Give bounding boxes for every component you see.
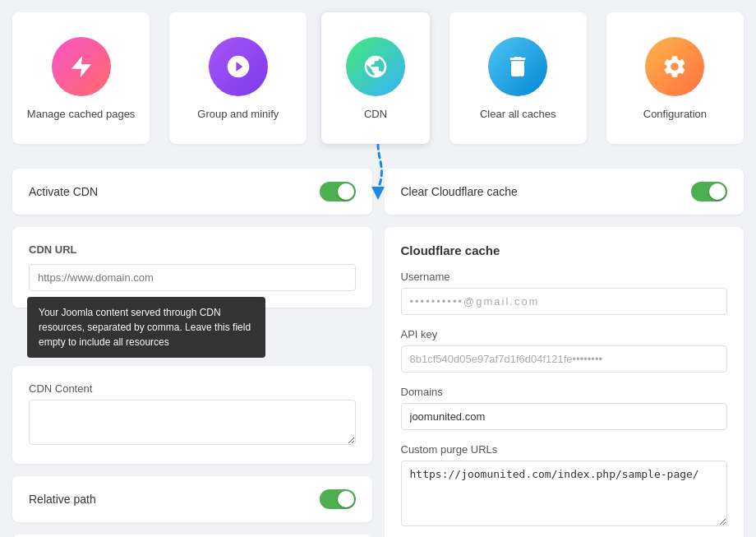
cdn-content-label: CDN Content <box>29 382 356 395</box>
cloudflare-section: Cloudflare cache Username API key Domain… <box>385 227 744 537</box>
cdn-card-wrapper: CDN <box>321 12 434 144</box>
username-input[interactable] <box>401 288 728 315</box>
username-label: Username <box>401 271 728 283</box>
username-group: Username <box>401 271 728 315</box>
domains-input[interactable] <box>401 403 728 430</box>
cdn-url-tooltip: Your Joomla content served through CDN r… <box>27 297 265 358</box>
custom-purge-input[interactable] <box>401 461 728 526</box>
dashed-arrow <box>353 144 403 201</box>
cdn-url-input[interactable] <box>29 264 356 291</box>
cdn-icon <box>346 37 405 96</box>
nav-card-clear-caches[interactable]: Clear all caches <box>449 12 587 144</box>
right-panel: Clear Cloudflare cache Cloudflare cache … <box>385 169 744 537</box>
custom-purge-label: Custom purge URLs <box>401 443 728 456</box>
domains-group: Domains <box>401 386 728 430</box>
api-key-label: API key <box>401 328 728 340</box>
svg-marker-0 <box>371 187 385 200</box>
main-content: Activate CDN CDN URL Your Joomla content… <box>0 156 756 537</box>
nav-card-manage-cached[interactable]: Manage cached pages <box>12 12 150 144</box>
api-key-input[interactable] <box>401 345 728 373</box>
nav-cards: Manage cached pages Group and minify CDN… <box>0 0 756 144</box>
cdn-url-section: CDN URL Your Joomla content served throu… <box>12 227 372 308</box>
cdn-label: CDN <box>364 108 387 120</box>
activate-cdn-toggle[interactable] <box>320 182 356 201</box>
nav-card-configuration[interactable]: Configuration <box>606 12 744 144</box>
lightning-icon <box>52 37 111 96</box>
activate-cdn-row: Activate CDN <box>12 169 372 215</box>
group-minify-label: Group and minify <box>197 108 279 120</box>
custom-purge-group: Custom purge URLs <box>401 443 728 529</box>
activate-cdn-label: Activate CDN <box>29 185 98 198</box>
manage-cached-label: Manage cached pages <box>27 108 136 120</box>
relative-path-toggle[interactable] <box>320 489 356 509</box>
nav-card-cdn[interactable]: CDN <box>321 12 429 144</box>
api-key-group: API key <box>401 328 728 373</box>
clear-cloudflare-row: Clear Cloudflare cache <box>385 169 744 215</box>
clear-caches-label: Clear all caches <box>480 108 556 120</box>
domains-label: Domains <box>401 386 728 398</box>
clear-cloudflare-label: Clear Cloudflare cache <box>401 185 518 198</box>
film-icon <box>209 37 268 96</box>
relative-path-label: Relative path <box>29 493 96 506</box>
cdn-url-title: CDN URL <box>29 243 356 256</box>
cdn-content-section: CDN Content <box>12 366 372 464</box>
cdn-content-input[interactable] <box>29 400 356 445</box>
trash-icon <box>488 37 547 96</box>
configuration-label: Configuration <box>643 108 707 120</box>
cloudflare-title: Cloudflare cache <box>401 243 728 257</box>
gear-icon <box>645 37 704 96</box>
left-panel: Activate CDN CDN URL Your Joomla content… <box>12 169 372 537</box>
relative-path-row: Relative path <box>12 476 372 522</box>
clear-cloudflare-toggle[interactable] <box>691 182 727 201</box>
nav-card-group-minify[interactable]: Group and minify <box>169 12 307 144</box>
